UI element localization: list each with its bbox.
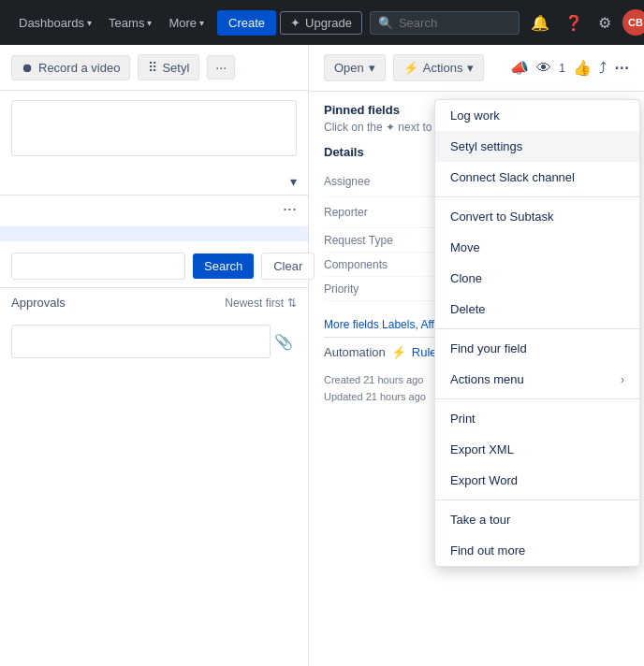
video-icon: ⏺: [22, 61, 34, 75]
menu-item-find-out-more[interactable]: Find out more: [435, 535, 639, 566]
nav-more[interactable]: More ▾: [161, 12, 212, 34]
dropdown-arrow-icon[interactable]: ▾: [290, 174, 297, 189]
menu-item-convert-subtask[interactable]: Convert to Subtask: [435, 201, 639, 232]
nav-dashboards[interactable]: Dashboards ▾: [11, 12, 99, 34]
attach-icon[interactable]: 📎: [271, 329, 297, 355]
menu-item-move[interactable]: Move: [435, 232, 639, 263]
nav-teams[interactable]: Teams ▾: [101, 12, 159, 34]
share-icon[interactable]: ⤴: [599, 60, 607, 77]
menu-item-clone[interactable]: Clone: [435, 263, 639, 294]
menu-item-take-tour[interactable]: Take a tour: [435, 504, 639, 535]
dropdown-row: ▾: [0, 168, 308, 195]
menu-item-setyl-settings[interactable]: Setyl settings: [435, 131, 639, 162]
setyl-icon: ⠿: [148, 60, 157, 75]
lightning-icon: ⚡: [403, 61, 418, 75]
left-panel: ⏺ Record a video ⠿ Setyl ··· ▾ ··· Searc…: [0, 45, 309, 666]
more-icon[interactable]: ⋯: [614, 59, 629, 77]
sort-icon: ⇅: [287, 297, 297, 310]
assignee-label: Assignee: [324, 175, 436, 188]
teams-chevron-icon: ▾: [147, 18, 152, 28]
upgrade-button[interactable]: ✦ Upgrade: [280, 11, 362, 35]
nav-right: ✦ Upgrade 🔍 🔔 ❓ ⚙ CB: [280, 9, 644, 36]
actions-dropdown-menu: Log workSetyl settingsConnect Slack chan…: [434, 99, 640, 567]
menu-divider: [435, 328, 639, 329]
thumbsup-icon[interactable]: 👍: [573, 59, 592, 77]
toolbar-row: ⏺ Record a video ⠿ Setyl ···: [0, 45, 308, 91]
search-icon: 🔍: [378, 16, 393, 30]
lightning-small-icon: ⚡: [391, 345, 406, 359]
open-chevron-icon: ▾: [369, 61, 375, 75]
dots-row: ···: [0, 195, 308, 223]
comment-row: 📎: [0, 317, 308, 366]
search-box[interactable]: 🔍: [370, 11, 520, 35]
notifications-icon[interactable]: 🔔: [527, 10, 553, 36]
watch-count: 1: [559, 62, 565, 75]
more-options-button[interactable]: ···: [207, 55, 235, 80]
menu-item-find-field[interactable]: Find your field: [435, 333, 639, 364]
right-panel: Open ▾ ⚡ Actions ▾ 📣 👁 1 👍 ⤴ ⋯ Pinned fi…: [309, 45, 644, 666]
menu-item-export-xml[interactable]: Export XML: [435, 434, 639, 465]
automation-label: Automation: [324, 345, 386, 359]
watch-icon[interactable]: 👁: [536, 60, 551, 77]
top-navigation: Dashboards ▾ Teams ▾ More ▾ Create ✦ Upg…: [0, 0, 644, 45]
menu-divider: [435, 196, 639, 197]
priority-label: Priority: [324, 282, 436, 296]
menu-divider: [435, 500, 639, 500]
avatar[interactable]: CB: [622, 9, 644, 36]
record-video-button[interactable]: ⏺ Record a video: [11, 55, 130, 80]
action-bar-icons: 📣 👁 1 👍 ⤴ ⋯: [510, 59, 629, 77]
create-button[interactable]: Create: [217, 10, 276, 36]
approvals-label: Approvals: [11, 296, 66, 310]
menu-divider: [435, 398, 639, 399]
description-textarea[interactable]: [11, 100, 297, 156]
menu-item-export-word[interactable]: Export Word: [435, 465, 639, 496]
row-options-icon[interactable]: ···: [283, 199, 297, 219]
components-label: Components: [324, 258, 436, 271]
request-type-label: Request Type: [324, 234, 436, 247]
comment-input[interactable]: [11, 325, 271, 358]
clear-button[interactable]: Clear: [261, 253, 315, 280]
main-area: ⏺ Record a video ⠿ Setyl ··· ▾ ··· Searc…: [0, 45, 644, 666]
reporter-label: Reporter: [324, 206, 436, 219]
menu-item-connect-slack[interactable]: Connect Slack channel: [435, 162, 639, 193]
open-button[interactable]: Open ▾: [324, 54, 386, 81]
dashboards-chevron-icon: ▾: [87, 18, 92, 28]
search-row: Search Clear: [0, 245, 308, 287]
setyl-button[interactable]: ⠿ Setyl: [138, 54, 199, 80]
menu-item-log-work[interactable]: Log work: [435, 100, 639, 131]
menu-item-arrow-icon: ›: [621, 373, 624, 386]
menu-item-actions-menu[interactable]: Actions menu›: [435, 364, 639, 395]
help-icon[interactable]: ❓: [561, 10, 587, 36]
upgrade-star-icon: ✦: [290, 16, 300, 30]
settings-icon[interactable]: ⚙: [594, 10, 615, 36]
newest-sort-label[interactable]: Newest first ⇅: [225, 297, 297, 310]
menu-item-delete[interactable]: Delete: [435, 294, 639, 325]
menu-item-print[interactable]: Print: [435, 403, 639, 434]
nav-left: Dashboards ▾ Teams ▾ More ▾ Create: [11, 10, 276, 36]
search-button[interactable]: Search: [193, 253, 254, 279]
more-chevron-icon: ▾: [199, 18, 204, 28]
megaphone-icon[interactable]: 📣: [510, 59, 529, 77]
actions-button[interactable]: ⚡ Actions ▾: [393, 54, 485, 81]
text-area-section: [0, 91, 308, 168]
search-input[interactable]: [399, 16, 511, 30]
approvals-row: Approvals Newest first ⇅: [0, 287, 308, 317]
highlighted-row: [0, 226, 308, 241]
action-bar: Open ▾ ⚡ Actions ▾ 📣 👁 1 👍 ⤴ ⋯: [309, 45, 644, 92]
actions-chevron-icon: ▾: [467, 61, 474, 75]
filter-search-input[interactable]: [11, 253, 185, 280]
